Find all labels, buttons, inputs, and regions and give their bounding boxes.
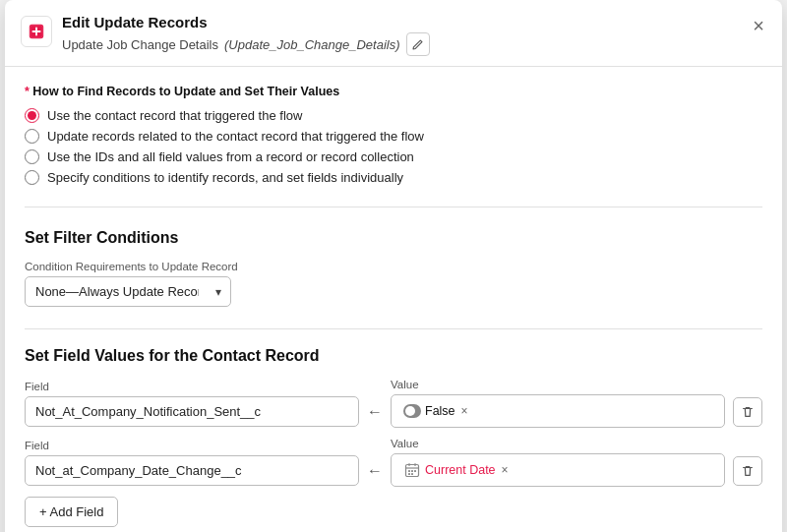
- condition-select[interactable]: None—Always Update Record All Conditions…: [25, 276, 231, 307]
- radio-option-3[interactable]: Use the IDs and all field values from a …: [25, 149, 762, 164]
- header-left: Edit Update Records Update Job Change De…: [21, 14, 430, 56]
- value-label-2: Value: [391, 438, 725, 449]
- modal-body: How to Find Records to Update and Set Th…: [5, 67, 782, 532]
- value-tag-1: False ×: [399, 400, 472, 422]
- find-records-radio-group: Use the contact record that triggered th…: [25, 108, 762, 185]
- toggle-icon: [403, 402, 421, 420]
- value-label-1: Value: [391, 379, 725, 390]
- field-label-1: Field: [25, 381, 359, 392]
- field-input-1[interactable]: [25, 396, 359, 427]
- subtitle-text: Update Job Change Details: [62, 37, 218, 52]
- find-records-label: How to Find Records to Update and Set Th…: [25, 85, 762, 98]
- svg-rect-5: [414, 470, 416, 472]
- field-values-section: Set Field Values for the Contact Record …: [25, 347, 762, 527]
- field-row-2: Field ← Value: [25, 438, 762, 487]
- radio-option-2[interactable]: Update records related to the contact re…: [25, 129, 762, 144]
- delete-row-2-button[interactable]: [733, 456, 762, 486]
- modal-header: Edit Update Records Update Job Change De…: [5, 0, 782, 67]
- tag-close-2[interactable]: ×: [502, 463, 509, 477]
- field-label-2: Field: [25, 440, 359, 451]
- false-toggle: [403, 404, 421, 418]
- find-records-section: How to Find Records to Update and Set Th…: [25, 85, 762, 185]
- field-col-2: Field: [25, 440, 359, 486]
- condition-label: Condition Requirements to Update Record: [25, 261, 762, 272]
- edit-name-button[interactable]: [406, 32, 430, 56]
- calendar-icon: [403, 461, 421, 479]
- filter-conditions-section: Set Filter Conditions Condition Requirem…: [25, 225, 762, 307]
- delete-row-1-button[interactable]: [733, 397, 762, 427]
- tag-text-2: Current Date: [425, 463, 496, 477]
- toggle-dot: [405, 406, 415, 416]
- tag-close-1[interactable]: ×: [461, 404, 468, 418]
- divider-2: [25, 328, 762, 329]
- svg-rect-6: [408, 473, 410, 475]
- value-col-2: Value: [391, 438, 725, 487]
- value-col-1: Value False ×: [391, 379, 725, 428]
- close-button[interactable]: ×: [753, 16, 764, 35]
- radio-label-4: Specify conditions to identify records, …: [47, 170, 403, 185]
- edit-update-records-modal: Edit Update Records Update Job Change De…: [5, 0, 782, 532]
- arrow-icon-2: ←: [367, 462, 383, 480]
- arrow-icon-1: ←: [367, 403, 383, 421]
- svg-rect-7: [411, 473, 413, 475]
- condition-select-wrapper: None—Always Update Record All Conditions…: [25, 276, 231, 307]
- radio-label-1: Use the contact record that triggered th…: [47, 108, 302, 123]
- add-field-button[interactable]: + Add Field: [25, 497, 118, 527]
- tag-text-1: False: [425, 404, 455, 418]
- radio-option-4[interactable]: Specify conditions to identify records, …: [25, 170, 762, 185]
- divider-1: [25, 207, 762, 207]
- filter-section-title: Set Filter Conditions: [25, 225, 762, 247]
- field-values-title: Set Field Values for the Contact Record: [25, 347, 762, 365]
- radio-label-3: Use the IDs and all field values from a …: [47, 149, 414, 164]
- svg-rect-3: [408, 470, 410, 472]
- value-input-2[interactable]: Current Date ×: [391, 453, 725, 487]
- radio-input-4[interactable]: [25, 170, 39, 185]
- modal-title: Edit Update Records: [62, 14, 430, 30]
- title-group: Edit Update Records Update Job Change De…: [62, 14, 430, 56]
- radio-input-2[interactable]: [25, 129, 39, 144]
- subtitle-italic: (Update_Job_Change_Details): [224, 37, 400, 52]
- radio-input-1[interactable]: [25, 108, 39, 123]
- field-row-1: Field ← Value False: [25, 379, 762, 428]
- value-input-1[interactable]: False ×: [391, 394, 725, 428]
- field-col-1: Field: [25, 381, 359, 427]
- modal-subtitle: Update Job Change Details (Update_Job_Ch…: [62, 32, 430, 56]
- radio-label-2: Update records related to the contact re…: [47, 129, 424, 144]
- svg-rect-4: [411, 470, 413, 472]
- modal-icon: [21, 16, 52, 47]
- value-tag-2: Current Date ×: [399, 459, 513, 481]
- radio-option-1[interactable]: Use the contact record that triggered th…: [25, 108, 762, 123]
- radio-input-3[interactable]: [25, 149, 39, 164]
- field-input-2[interactable]: [25, 455, 359, 486]
